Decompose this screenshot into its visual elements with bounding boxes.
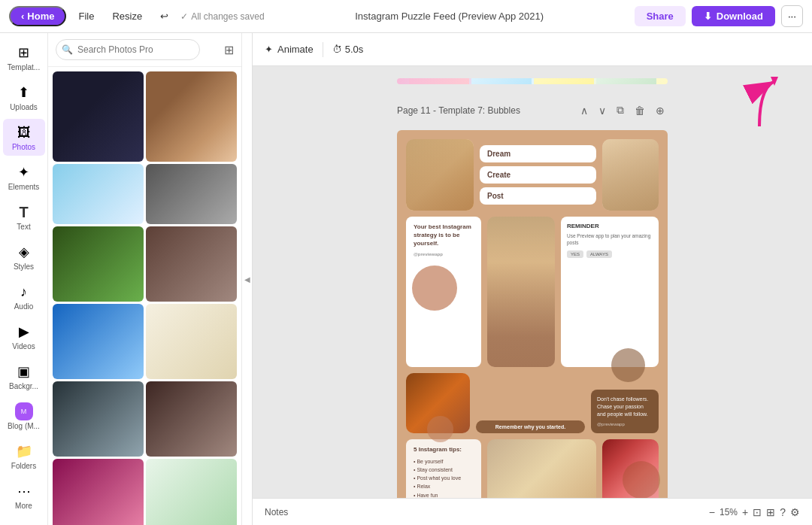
sidebar-item-videos[interactable]: ▶ Videos (3, 318, 45, 355)
more-label: More (15, 502, 32, 510)
page11-header: Page 11 - Template 7: Bubbles ∧ ∨ ⧉ 🗑 ⊕ (397, 102, 668, 118)
photo-item[interactable] (146, 226, 237, 302)
photo-item[interactable] (146, 164, 237, 224)
photo-item[interactable] (53, 381, 144, 457)
home-button[interactable]: ‹ Home (9, 6, 66, 26)
sidebar-item-elements[interactable]: ✦ Elements (3, 159, 45, 196)
search-bar: 🔍 ⊞ (48, 33, 241, 67)
page-copy-button[interactable]: ⧉ (614, 102, 627, 118)
tips-box[interactable]: 5 Instagram tips: • Be yourself • Stay c… (406, 439, 481, 498)
home-label: Home (27, 11, 54, 22)
search-input[interactable] (56, 39, 200, 60)
photo-item[interactable] (146, 304, 237, 379)
checkmark-icon: ✓ (180, 11, 188, 22)
sidebar-item-background[interactable]: ▣ Backgr... (3, 358, 45, 395)
row-4: 5 Instagram tips: • Be yourself • Stay c… (406, 439, 659, 498)
photo-woman-reading[interactable] (602, 139, 659, 211)
chase-box[interactable]: Don't chase followers. Chase your passio… (591, 390, 659, 433)
more-options-button[interactable]: ··· (781, 5, 803, 27)
photo-couple[interactable] (406, 139, 474, 211)
blog-label: Blog (M... (8, 422, 40, 430)
chevron-left-icon: ‹ (21, 11, 24, 22)
photo-item[interactable] (53, 164, 144, 224)
pink-arrow-annotation (737, 74, 782, 137)
page-up-button[interactable]: ∧ (577, 103, 591, 118)
videos-label: Videos (12, 342, 35, 351)
sidebar-item-styles[interactable]: ◈ Styles (3, 238, 45, 275)
photo-item[interactable] (146, 459, 237, 525)
file-button[interactable]: File (72, 8, 100, 25)
document-title: Instagram Puzzle Feed (Preview App 2021) (271, 11, 629, 22)
grid-view-button[interactable]: ⊞ (766, 506, 775, 518)
download-button[interactable]: ⬇ Download (692, 6, 775, 26)
reminder-box[interactable]: REMINDER Use Preview app to plan your am… (561, 217, 659, 367)
templates-icon: ⊞ (15, 44, 33, 62)
download-icon: ⬇ (704, 11, 712, 22)
sidebar-item-uploads[interactable]: ⬆ Uploads (3, 79, 45, 116)
elements-label: Elements (8, 183, 40, 191)
remember-area: Remember why you started. (476, 420, 585, 433)
timer-button[interactable]: ⏱ 5.0s (332, 44, 364, 55)
help-button[interactable]: ? (780, 506, 786, 518)
photo-item[interactable] (53, 459, 144, 525)
reminder-body: Use Preview app to plan your amazing pos… (567, 232, 653, 246)
fit-page-button[interactable]: ⊡ (753, 506, 762, 518)
create-label[interactable]: Create (480, 166, 596, 184)
elements-icon: ✦ (15, 163, 33, 181)
share-button[interactable]: Share (635, 6, 686, 26)
photo-item[interactable] (53, 71, 144, 162)
resize-button[interactable]: Resize (106, 8, 148, 25)
sidebar-item-photos[interactable]: 🖼 Photos (3, 119, 45, 156)
folders-icon: 📁 (15, 442, 33, 460)
zoom-in-button[interactable]: + (742, 506, 748, 518)
sidebar-item-blog[interactable]: M Blog (M... (3, 398, 45, 435)
text-labels: Dream Create Post (480, 139, 596, 211)
photo-item[interactable] (146, 381, 237, 457)
photo-grid (48, 67, 241, 525)
undo-button[interactable]: ↩ (154, 8, 174, 25)
photos-label: Photos (12, 143, 35, 151)
sidebar-item-audio[interactable]: ♪ Audio (3, 278, 45, 315)
chase-attribution: @previewapp (597, 421, 653, 427)
photo-main-woman[interactable] (487, 217, 555, 367)
filter-button[interactable]: ⊞ (224, 43, 234, 57)
animate-button[interactable]: ✦ Animate (265, 44, 314, 55)
sidebar-item-text[interactable]: T Text (3, 199, 45, 235)
zoom-out-button[interactable]: − (709, 506, 715, 518)
photo-woman-outdoor[interactable] (487, 439, 596, 498)
bottom-bar: Notes − 15% + ⊡ ⊞ ? ⚙ (253, 498, 812, 525)
sidebar-item-folders[interactable]: 📁 Folders (3, 438, 45, 475)
decor-blob-1 (412, 266, 457, 311)
folders-label: Folders (11, 462, 36, 470)
sidebar-item-more[interactable]: ⋯ More (3, 478, 45, 514)
page-more-button[interactable]: ⊕ (653, 103, 668, 118)
background-icon: ▣ (15, 363, 33, 381)
page-down-button[interactable]: ∨ (595, 103, 609, 118)
photos-icon: 🖼 (15, 123, 33, 141)
remember-box[interactable]: Remember why you started. (476, 420, 585, 433)
photo-item[interactable] (146, 71, 237, 162)
page11-template[interactable]: Dream Create Post Your best Instagram st… (397, 130, 668, 498)
search-wrapper: 🔍 (56, 39, 220, 60)
canvas-toolbar: ✦ Animate ⏱ 5.0s (253, 33, 812, 66)
decor-blob-3 (427, 416, 453, 442)
reminder-yes-button[interactable]: YES (567, 250, 583, 258)
sidebar-item-templates[interactable]: ⊞ Templat... (3, 39, 45, 76)
settings-button[interactable]: ⚙ (790, 506, 800, 518)
animate-label: Animate (277, 44, 314, 55)
decor-blob-2 (611, 348, 645, 382)
notes-button[interactable]: Notes (265, 507, 288, 517)
post-label[interactable]: Post (480, 187, 596, 205)
dream-label[interactable]: Dream (480, 145, 596, 162)
page-delete-button[interactable]: 🗑 (632, 103, 648, 118)
collapse-icon: ◀ (243, 275, 251, 284)
saved-status: ✓ All changes saved (180, 11, 264, 22)
clock-icon: ⏱ (332, 44, 342, 55)
reminder-always-button[interactable]: ALWAYS (586, 250, 612, 258)
tips-title: 5 Instagram tips: (414, 445, 474, 455)
photo-item[interactable] (53, 226, 144, 302)
photo-item[interactable] (53, 304, 144, 379)
search-icon: 🔍 (62, 44, 73, 55)
canvas-scroll[interactable]: Page 11 - Template 7: Bubbles ∧ ∨ ⧉ 🗑 ⊕ (253, 66, 812, 498)
hide-panel-button[interactable]: ◀ (242, 33, 253, 525)
